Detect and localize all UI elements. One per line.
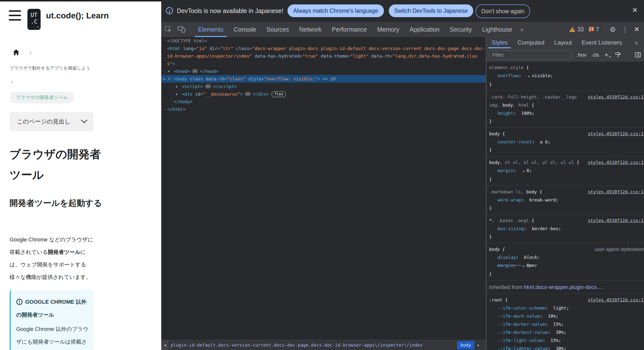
- warning-count[interactable]: 33: [578, 26, 584, 33]
- css-rule[interactable]: body, ol ol, ol ul, ul ol, ul ul {styles…: [487, 156, 644, 186]
- breadcrumb-home-icon[interactable]: [12, 49, 20, 56]
- css-rule[interactable]: :root {styles.4510f12d.css:1--ifm-color-…: [487, 294, 644, 350]
- site-title[interactable]: ut.code(); Learn: [46, 11, 109, 20]
- expand-ellipsis-button[interactable]: ⋯: [205, 84, 211, 88]
- rule-selector[interactable]: .card--full-height, .navbar__logoimg, bo…: [489, 93, 644, 109]
- crumb-selected-body[interactable]: body: [457, 341, 474, 349]
- css-property-row[interactable]: counter-reset: a b;: [489, 138, 644, 146]
- css-rule[interactable]: .markdown li, body {styles.4510f12d.css:…: [487, 186, 644, 215]
- tab-network[interactable]: Network: [294, 22, 327, 37]
- settings-gear-icon[interactable]: ⚙: [610, 26, 616, 34]
- tab-memory[interactable]: Memory: [372, 22, 404, 37]
- rule-selector[interactable]: .markdown li, body {styles.4510f12d.css:…: [489, 188, 644, 196]
- dom-node[interactable]: </html>: [161, 105, 486, 113]
- tab-security[interactable]: Security: [444, 22, 477, 37]
- expand-longhand-icon[interactable]: ▶: [528, 75, 530, 78]
- expand-ellipsis-button[interactable]: ⋯: [192, 69, 198, 73]
- stylesheet-source-link[interactable]: styles.4510f12d.css:1: [588, 296, 644, 304]
- css-property-row[interactable]: --ifm-color-scheme: light;: [489, 304, 644, 312]
- css-rule[interactable]: .card--full-height, .navbar__logoimg, bo…: [487, 91, 644, 128]
- dom-node[interactable]: id-browser-apps/inspector/index" data-ha…: [161, 52, 486, 60]
- breadcrumb-item-parent[interactable]: ブラウザで動作するアプリを構築しよう: [10, 65, 90, 71]
- site-logo[interactable]: UT .C ↵: [28, 9, 40, 30]
- dom-node[interactable]: </body>: [161, 98, 486, 105]
- sidebar-tab-styles[interactable]: Styles: [487, 37, 512, 48]
- collapse-arrow-icon[interactable]: ▼: [168, 75, 170, 83]
- stylesheet-source-link[interactable]: styles.4510f12d.css:1: [588, 93, 644, 101]
- dom-node[interactable]: ▶<script>⋯</script>: [161, 83, 486, 90]
- rule-selector[interactable]: body {user agent stylesheet: [489, 245, 644, 253]
- sidebar-tab-layout[interactable]: Layout: [549, 37, 577, 48]
- expand-longhand-icon[interactable]: ▶: [523, 169, 525, 173]
- css-property-row[interactable]: margin: ▶0;: [489, 166, 644, 175]
- rule-selector[interactable]: :root {styles.4510f12d.css:1: [489, 296, 644, 304]
- css-rule[interactable]: *, .katex .angl {styles.4510f12d.css:1bo…: [487, 215, 644, 243]
- stylesheet-source-link[interactable]: styles.4510f12d.css:1: [588, 188, 644, 196]
- dom-node[interactable]: ▶<div id="__docusaurus">⋯</div>flex: [161, 90, 486, 98]
- flex-badge[interactable]: flex: [272, 91, 286, 97]
- stylesheet-source-link[interactable]: styles.4510f12d.css:1: [588, 158, 644, 166]
- sidebar-more-tabs-chevron[interactable]: »: [632, 39, 641, 47]
- css-property-row[interactable]: overflow: ▶visible;: [489, 72, 644, 80]
- expand-longhand-icon[interactable]: ▶: [523, 264, 525, 268]
- css-property-row[interactable]: --ifm-darkest-value: 30%;: [489, 328, 644, 336]
- warning-icon[interactable]: [569, 27, 576, 32]
- crumbs-scroll-right-button[interactable]: ▶: [477, 340, 480, 350]
- rendering-brush-icon[interactable]: [615, 52, 621, 58]
- styles-filter-input[interactable]: [489, 51, 572, 59]
- kebab-menu-icon[interactable]: ⋮: [622, 26, 628, 34]
- rule-selector[interactable]: *, .katex .angl {styles.4510f12d.css:1: [489, 216, 644, 225]
- inherited-node-link[interactable]: html.docs-wrapper.plugin-docs.…: [524, 284, 604, 290]
- new-style-rule-button[interactable]: +: [604, 52, 608, 58]
- tab-performance[interactable]: Performance: [327, 22, 372, 37]
- css-property-row[interactable]: box-sizing: border-box;: [489, 225, 644, 233]
- css-property-row[interactable]: margin: ▶8px;: [489, 261, 644, 270]
- collapse-panel-icon[interactable]: [635, 52, 641, 58]
- stylesheet-source-link[interactable]: styles.4510f12d.css:1: [588, 130, 644, 138]
- inspect-element-icon[interactable]: [165, 26, 172, 33]
- expand-ellipsis-button[interactable]: ⋯: [245, 92, 251, 96]
- toc-collapse-button[interactable]: このページの見出し: [10, 112, 94, 131]
- expand-arrow-icon[interactable]: ▶: [176, 83, 178, 90]
- dom-node[interactable]: s">: [161, 60, 486, 67]
- tab-elements[interactable]: Elements: [193, 22, 228, 37]
- sidebar-tab-computed[interactable]: Computed: [512, 37, 549, 48]
- css-rule[interactable]: element.style {overflow: ▶visible;}: [487, 62, 644, 91]
- css-property-row[interactable]: --ifm-light-value: 15%;: [489, 336, 644, 344]
- expand-arrow-icon[interactable]: ▶: [176, 90, 178, 98]
- expand-arrow-icon[interactable]: ▶: [168, 67, 170, 75]
- css-property-row[interactable]: --ifm-dark-value: 10%;: [489, 312, 644, 320]
- tab-sources[interactable]: Sources: [261, 22, 294, 37]
- hamburger-menu-button[interactable]: [9, 10, 21, 21]
- css-property-row[interactable]: --ifm-darker-value: 15%;: [489, 320, 644, 328]
- dom-node-selected[interactable]: ⋯▼<body class data-rh="class" style="ove…: [161, 75, 486, 83]
- css-rule[interactable]: body {styles.4510f12d.css:1counter-reset…: [487, 128, 644, 156]
- issue-count[interactable]: 7: [596, 26, 599, 33]
- rule-selector[interactable]: body, ol ol, ol ul, ul ol, ul ul {styles…: [489, 158, 644, 166]
- dom-node[interactable]: <!DOCTYPE html>: [161, 37, 486, 45]
- device-toolbar-icon[interactable]: [178, 26, 186, 33]
- always-match-language-button[interactable]: Always match Chrome's language: [288, 5, 384, 17]
- switch-to-japanese-button[interactable]: Switch DevTools to Japanese: [389, 5, 473, 17]
- css-property-row[interactable]: --ifm-lighter-value: 30%;: [489, 344, 644, 350]
- stylesheet-source-link[interactable]: styles.4510f12d.css:1: [588, 216, 644, 225]
- crumbs-scroll-left-button[interactable]: ◀: [162, 341, 168, 349]
- css-property-row[interactable]: word-wrap: break-word;: [489, 196, 644, 204]
- css-property-row[interactable]: display: block;: [489, 253, 644, 261]
- dom-node[interactable]: ▶<head>⋯</head>: [161, 67, 486, 75]
- tab-lighthouse[interactable]: Lighthouse: [477, 22, 517, 37]
- css-property-row[interactable]: height: 100%;: [489, 109, 644, 117]
- toggle-hover-state-button[interactable]: :hov: [577, 52, 586, 58]
- tab-console[interactable]: Console: [228, 22, 261, 37]
- dom-node[interactable]: <html lang="ja" dir="ltr" class="docs-wr…: [161, 45, 486, 52]
- sidebar-tab-event-listeners[interactable]: Event Listeners: [577, 37, 627, 48]
- rule-selector[interactable]: body {styles.4510f12d.css:1: [489, 130, 644, 138]
- tab-application[interactable]: Application: [404, 22, 444, 37]
- crumb-path[interactable]: plugin-id-default.docs-version-current.d…: [170, 340, 422, 350]
- more-tabs-chevron[interactable]: »: [517, 26, 526, 33]
- rule-selector[interactable]: element.style {: [489, 64, 644, 72]
- devtools-close-icon[interactable]: ✕: [634, 26, 640, 33]
- css-rule[interactable]: body {user agent stylesheetdisplay: bloc…: [487, 243, 644, 281]
- issues-icon[interactable]: [588, 27, 594, 32]
- dont-show-again-button[interactable]: Don't show again: [476, 5, 530, 18]
